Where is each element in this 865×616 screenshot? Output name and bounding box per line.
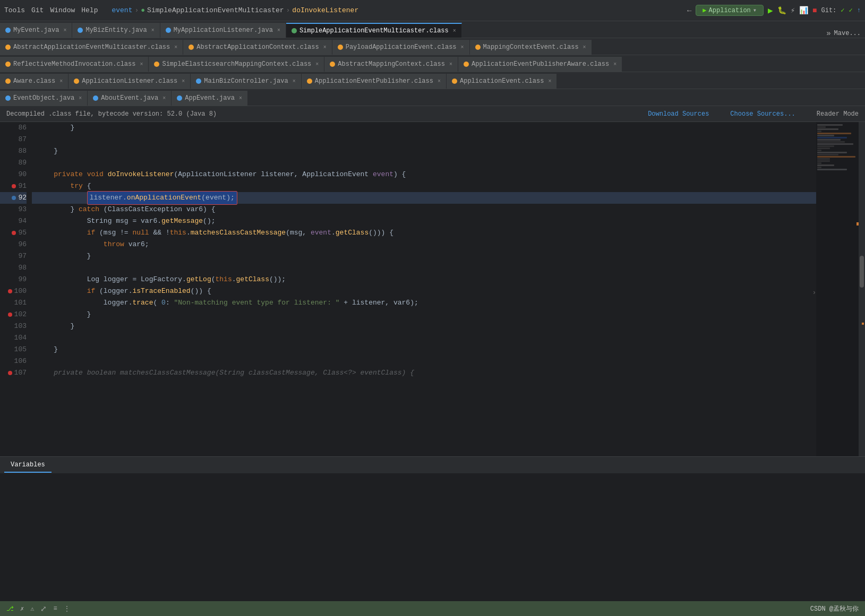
breakpoint-104[interactable] (8, 336, 12, 340)
nav-back-icon[interactable]: ← (687, 6, 691, 15)
tab-mainbizcontroller[interactable]: MainBizController.java × (191, 74, 301, 89)
breakpoint-95[interactable] (12, 231, 16, 235)
breakpoint-92[interactable] (12, 196, 16, 200)
tab-row-5: EventObject.java × AboutEvent.java × App… (0, 89, 865, 106)
git-check-icon[interactable]: ✓ (841, 6, 844, 14)
tab-abstractmappingcontext[interactable]: AbstractMappingContext.class × (324, 57, 458, 72)
tab-aware[interactable]: Aware.class × (0, 74, 68, 89)
breakpoint-107[interactable] (8, 371, 12, 375)
breakpoint-98[interactable] (12, 266, 16, 270)
tab-myevent[interactable]: MyEvent.java × (0, 23, 72, 38)
tab-applicationeventpublisher[interactable]: ApplicationEventPublisher.class × (302, 74, 447, 89)
choose-sources-link[interactable]: Choose Sources... (730, 110, 795, 118)
scrollbar-thumb[interactable] (860, 256, 864, 288)
tab-aboutevent[interactable]: AboutEvent.java × (88, 91, 172, 106)
tab-eventobject[interactable]: EventObject.java × (0, 91, 88, 106)
tab-abstractappeventmulticaster[interactable]: AbstractApplicationEventMulticaster.clas… (0, 40, 183, 55)
breakpoint-97[interactable] (12, 254, 16, 258)
collapse-arrow[interactable]: › (812, 289, 816, 297)
breadcrumb-method[interactable]: doInvokeListener (292, 6, 358, 14)
menu-git[interactable]: Git (31, 6, 44, 14)
breakpoint-93[interactable] (12, 207, 16, 212)
tab-close[interactable]: × (438, 79, 441, 84)
git-arrow-icon[interactable]: ✓ (849, 6, 853, 14)
tab-close[interactable]: × (182, 79, 185, 84)
breakpoint-89[interactable] (12, 161, 16, 165)
tab-mybizentity[interactable]: MyBizEntity.java × (72, 23, 160, 38)
breakpoint-87[interactable] (12, 137, 16, 142)
tab-simpleappeventmulticaster[interactable]: SimpleApplicationEventMulticaster.class … (286, 23, 462, 38)
tab-myapplistener-close[interactable]: × (277, 28, 280, 33)
menu-tools[interactable]: Tools (4, 6, 25, 14)
tab-scroll-right[interactable]: » (826, 29, 830, 38)
tab-close[interactable]: × (548, 79, 551, 84)
expand-icon[interactable]: ⤢ (40, 604, 47, 613)
tab-close[interactable]: × (59, 79, 63, 84)
line-107: 107 (0, 367, 27, 379)
tab-close[interactable]: × (315, 62, 319, 67)
breakpoint-90[interactable] (12, 172, 16, 177)
tab-variables[interactable]: Variables (4, 458, 52, 473)
breakpoint-86[interactable] (12, 126, 16, 130)
tab-appevent[interactable]: AppEvent.java × (172, 91, 248, 106)
menu-help[interactable]: Help (81, 6, 98, 14)
tab-close[interactable]: × (583, 45, 586, 50)
tab-mappingcontextevent[interactable]: MappingContextEvent.class × (470, 40, 592, 55)
menu-window[interactable]: Window (50, 6, 75, 14)
code-editor[interactable]: } } private void doInvokeListener(Applic… (32, 122, 816, 456)
git-status-icon[interactable]: ⎇ (6, 605, 14, 613)
warning-icon[interactable]: ✗ (20, 605, 24, 613)
breakpoint-88[interactable] (12, 149, 16, 153)
vertical-scrollbar[interactable] (859, 122, 865, 456)
tab-applicationlistener[interactable]: ApplicationListener.class × (68, 74, 191, 89)
error-icon[interactable]: ⚠ (30, 605, 34, 613)
tab-simpleelasticsearchmappingcontext[interactable]: SimpleElasticsearchMappingContext.class … (149, 57, 324, 72)
breakpoint-99[interactable] (12, 277, 16, 282)
tab-close[interactable]: × (449, 62, 452, 67)
breakpoint-101[interactable] (8, 301, 12, 305)
tab-payloadappevent[interactable]: PayloadApplicationEvent.class × (332, 40, 470, 55)
git-up-icon[interactable]: ↑ (857, 7, 861, 14)
tab-applicationevent-label: ApplicationEvent.class (460, 77, 544, 85)
breakpoint-105[interactable] (8, 348, 12, 352)
code-line-86: } (32, 122, 816, 134)
tab-myevent-close[interactable]: × (63, 28, 66, 33)
action-icon-2[interactable]: ⋮ (64, 605, 70, 613)
tab-close[interactable]: × (79, 96, 82, 101)
download-sources-link[interactable]: Download Sources (648, 110, 709, 118)
breakpoint-91[interactable] (12, 184, 16, 188)
breadcrumb-class[interactable]: SimpleApplicationEventMulticaster (147, 6, 284, 14)
tab-close[interactable]: × (613, 62, 616, 67)
git-bar: Git: ✓ ✓ ↑ (821, 6, 861, 14)
debug-button[interactable]: 🐛 (777, 6, 786, 15)
breakpoint-103[interactable] (8, 324, 12, 328)
action-icon-1[interactable]: ≡ (53, 605, 57, 612)
breadcrumb-event[interactable]: event (112, 6, 132, 14)
profile-button[interactable]: 📊 (799, 6, 808, 15)
tab-close[interactable]: × (140, 62, 143, 67)
tab-close[interactable]: × (461, 45, 464, 50)
tab-close[interactable]: × (162, 96, 166, 101)
breakpoint-102[interactable] (8, 313, 12, 317)
run-config-button[interactable]: ▶ Application ▾ (696, 5, 764, 16)
tab-reflectivemethodinvocation[interactable]: ReflectiveMethodInvocation.class × (0, 57, 149, 72)
tab-applicationevent[interactable]: ApplicationEvent.class × (447, 74, 557, 89)
tab-abstractappeventmulticaster-label: AbstractApplicationEventMulticaster.clas… (13, 44, 170, 51)
coverage-button[interactable]: ⚡ (791, 6, 795, 15)
tab-close[interactable]: × (174, 45, 177, 50)
tab-close[interactable]: × (323, 45, 327, 50)
tab-myapplistener[interactable]: MyApplicationListener.java × (160, 23, 286, 38)
tab-mybizentity-close[interactable]: × (151, 28, 155, 33)
breakpoint-96[interactable] (12, 242, 16, 247)
breakpoint-94[interactable] (12, 219, 16, 223)
breakpoint-106[interactable] (8, 359, 12, 363)
reader-mode-button[interactable]: Reader Mode (817, 110, 859, 118)
tab-close[interactable]: × (293, 79, 296, 84)
stop-button[interactable]: ■ (812, 6, 817, 15)
play-button[interactable]: ▶ (768, 5, 773, 16)
tab-abstractappcontext[interactable]: AbstractApplicationContext.class × (183, 40, 332, 55)
tab-simpleappeventmulticaster-close[interactable]: × (453, 28, 456, 34)
tab-applicationeventpublisheraware[interactable]: ApplicationEventPublisherAware.class × (458, 57, 622, 72)
tab-close[interactable]: × (239, 96, 242, 101)
breakpoint-100[interactable] (8, 289, 12, 293)
